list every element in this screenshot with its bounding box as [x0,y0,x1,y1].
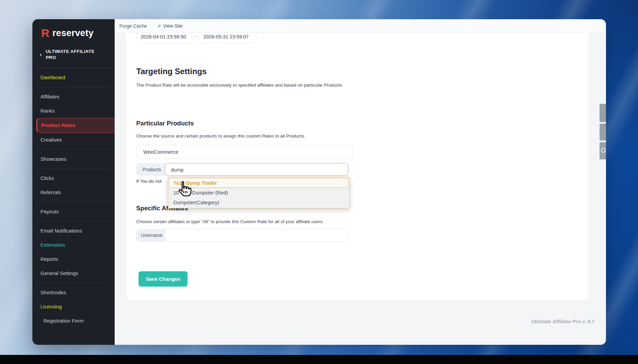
plugin-header: ‹ ULTIMATE AFFILIATE PRO [32,43,115,65]
screen-bottom-bezel [0,355,638,364]
brand-r-icon: R [41,28,50,38]
sidebar-divider [36,87,111,87]
sidebar-item-reports[interactable]: Reports [32,252,115,266]
dropdown-option-dumpster-category[interactable]: Dumpster(Category) [169,198,349,207]
settings-card: 2026-04-01 23:58:50 - 2026-05-31 23:59:0… [126,33,588,300]
sidebar: R reservety ‹ ULTIMATE AFFILIATE PRO Das… [32,19,115,345]
collapse-sidebar-icon[interactable]: ‹ [40,51,42,58]
targeting-settings-description: The Product Rate will be accessible excl… [136,82,352,89]
username-input[interactable] [165,229,348,242]
view-site-link[interactable]: ↗ View Site [157,23,183,29]
sidebar-item-showcases[interactable]: Showcases [32,152,115,166]
sidebar-item-shortcodes[interactable]: Shortcodes [32,285,115,300]
sidebar-divider [36,169,111,169]
particular-products-title: Particular Products [136,120,194,127]
sidebar-item-product-rates[interactable]: Product Rates [36,118,115,133]
sidebar-item-clicks[interactable]: Clicks [32,171,115,185]
date-from-input[interactable]: 2026-04-01 23:58:50 [136,33,194,43]
sidebar-item-ranks[interactable]: Ranks [32,104,115,118]
sidebar-divider [36,68,111,68]
content-body: 2026-04-01 23:58:50 - 2026-05-31 23:59:0… [115,33,606,345]
circle-icon [601,148,606,153]
sidebar-item-general-settings[interactable]: General Settings [32,266,115,280]
sidebar-item-dashboard[interactable]: Dashboard [32,70,115,85]
dropdown-option-10-yard-dumpster-red[interactable]: 10 Yard Dumpster (Red) [169,188,349,198]
sidebar-item-licensing[interactable]: Licensing [32,300,115,314]
admin-topbar: Purge Cache ↗ View Site [115,19,606,33]
external-link-icon: ↗ [157,23,161,29]
sidebar-divider [36,221,111,221]
products-field-label: Products [136,163,167,176]
view-site-label: View Site [163,23,182,29]
sidebar-item-affiliates[interactable]: Affiliates [32,90,115,104]
specific-affiliates-description: Choose certain affiliates or type "All" … [136,218,324,225]
products-helper-text: If You do not [136,179,162,184]
sidebar-item-payouts[interactable]: Payouts [32,205,115,219]
app-window: R reservety ‹ ULTIMATE AFFILIATE PRO Das… [32,19,606,345]
main-content: Purge Cache ↗ View Site 2026-04-01 23:58… [115,19,606,345]
sidebar-item-extensions[interactable]: Extensions [32,238,115,252]
date-range-separator: - [195,34,197,39]
edge-button-1[interactable] [600,104,606,122]
brand-name: reservety [53,28,94,38]
edge-button-2[interactable] [600,124,606,141]
date-to-input[interactable]: 2026-05-31 23:59:07 [199,33,256,43]
sidebar-item-referrals[interactable]: Referrals [32,185,115,200]
products-search-input[interactable] [165,163,348,176]
edge-button-3[interactable] [600,142,606,159]
reservety-logo: R reservety [32,26,115,43]
products-suggestion-dropdown: 7x14 Dump Trailer 10 Yard Dumpster (Red)… [168,177,350,208]
sidebar-divider [36,202,111,202]
targeting-settings-title: Targeting Settings [136,67,207,76]
sidebar-divider [36,283,111,283]
save-changes-button[interactable]: Save Changes [139,271,187,286]
plugin-version-footer: Ultimate Affiliate Pro v. 8.7 [531,318,594,324]
sidebar-divider [36,149,111,150]
particular-products-description: Choose the source and certain products t… [136,132,305,140]
purge-cache-link[interactable]: Purge Cache [119,23,147,29]
sidebar-item-creatives[interactable]: Creatives [32,133,115,147]
sidebar-item-email-notifications[interactable]: Email Notifications [32,224,115,238]
edge-toolbar [600,104,606,161]
source-select[interactable]: WooCommerce [136,145,353,158]
dropdown-option-7x14-dump-trailer[interactable]: 7x14 Dump Trailer [169,178,349,188]
username-field-label: Username [136,229,167,242]
sidebar-item-registration-form[interactable]: Registration Form [32,314,115,328]
hand-cursor-icon [176,180,194,199]
plugin-title: ULTIMATE AFFILIATE PRO [46,49,96,61]
